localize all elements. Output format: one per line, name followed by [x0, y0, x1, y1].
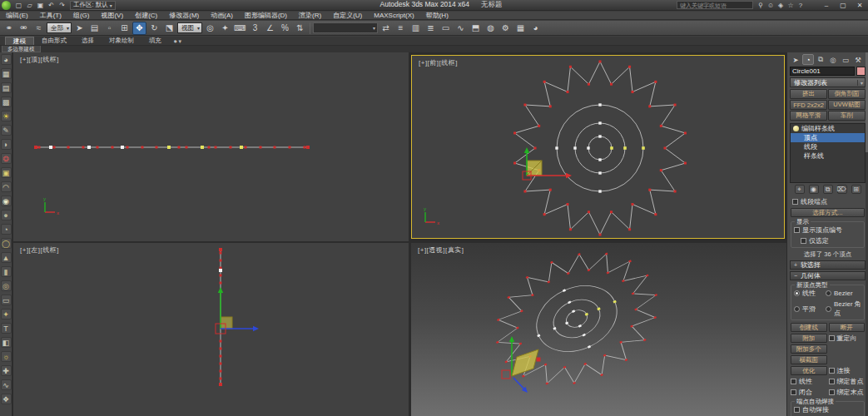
minimize-button[interactable]: –	[818, 0, 835, 11]
modifier-list-dropdown[interactable]: 修改器列表 ▾	[790, 77, 866, 87]
rectangular-selection-region-icon[interactable]: ▫	[102, 22, 117, 35]
teapot-icon[interactable]: ◕	[1, 54, 12, 65]
make-unique-icon[interactable]: ⧉	[823, 185, 833, 194]
stack-row-spline[interactable]: 样条线	[791, 151, 865, 161]
use-pivot-point-center-icon[interactable]: ◎	[203, 22, 217, 35]
menu-item[interactable]: 渲染(R)	[293, 12, 327, 20]
grid-icon[interactable]: ▩	[1, 97, 12, 107]
maximize-button[interactable]: ▢	[835, 0, 851, 11]
select-and-scale-icon[interactable]: ⬔	[162, 22, 176, 35]
spinner-snap-icon[interactable]: ⇅	[293, 22, 307, 35]
viewport-front-canvas[interactable]: xy	[412, 56, 784, 238]
hierarchy-tab-icon[interactable]: ⧉	[815, 54, 826, 65]
menu-item[interactable]: 图形编辑器(D)	[239, 12, 293, 20]
viewport-perspective-canvas[interactable]	[411, 243, 786, 416]
reorient-checkbox[interactable]: 重定向	[829, 334, 866, 343]
workspace-dropdown[interactable]: 工作区: 默认 ▾	[70, 1, 116, 10]
lightbulb-icon[interactable]	[793, 126, 799, 131]
modify-tab-icon[interactable]: ◔	[802, 54, 814, 65]
menu-item[interactable]: 工具(T)	[34, 12, 67, 20]
sign-in-icon[interactable]: ☺	[766, 1, 776, 10]
select-by-button[interactable]: 选择方式...	[791, 208, 865, 217]
bind-last-checkbox[interactable]: 绑定末点	[829, 388, 866, 397]
menu-item[interactable]: 创建(C)	[129, 12, 163, 20]
pencil-icon[interactable]: ✎	[1, 125, 12, 136]
select-and-link-icon[interactable]: ⚭	[2, 22, 16, 35]
keyboard-override-icon[interactable]: ⌨	[233, 22, 247, 35]
object-color-swatch[interactable]	[856, 67, 866, 76]
bezier-radio[interactable]: Bezier	[826, 289, 861, 298]
create-line-button[interactable]: 创建线	[791, 323, 827, 332]
sphere-icon[interactable]: ●	[1, 210, 12, 220]
align-icon[interactable]: ≡	[394, 22, 408, 35]
lathe-modifier-button[interactable]: 车削	[828, 111, 866, 121]
dome-icon[interactable]: ◠	[1, 181, 12, 192]
menu-item[interactable]: 动画(A)	[205, 12, 239, 20]
meshsmooth-modifier-button[interactable]: 网格平滑	[790, 111, 827, 121]
viewport-top[interactable]: [+][顶][线框] xy	[13, 52, 409, 241]
menu-item[interactable]: 视图(V)	[95, 12, 129, 20]
wave-icon[interactable]: ∿	[1, 379, 12, 390]
object-name-field[interactable]: Circle001	[790, 67, 855, 76]
utilities-tab-icon[interactable]: ⚒	[852, 54, 864, 65]
ring-icon[interactable]: ◯	[1, 238, 12, 249]
uvw-map-modifier-button[interactable]: UVW贴图	[828, 100, 866, 110]
render-setup-icon[interactable]: ⚙	[498, 22, 513, 35]
smooth-radio[interactable]: 平滑	[794, 300, 824, 318]
moon-icon[interactable]: ◗	[1, 139, 12, 150]
snap-toggle-3d-icon[interactable]: 3	[248, 22, 262, 35]
menu-item[interactable]: MAXScript(X)	[368, 12, 419, 20]
mirror-icon[interactable]: ⇄	[379, 22, 393, 35]
ribbon-options-icon[interactable]: ⏺ ▾	[174, 38, 181, 45]
scene-explorer-icon[interactable]: ▥	[409, 22, 423, 35]
swirl-icon[interactable]: ❂	[1, 153, 12, 164]
undo-icon[interactable]: ↶	[46, 1, 57, 10]
create-tab-icon[interactable]: ➤	[790, 54, 801, 65]
select-and-move-icon[interactable]: ✥	[132, 22, 146, 35]
layer-manager-icon[interactable]: ≣	[424, 22, 438, 35]
select-by-name-icon[interactable]: ▤	[87, 22, 102, 35]
geometry-rollout[interactable]: − 几何体	[790, 271, 866, 280]
box-icon[interactable]: ▣	[1, 167, 12, 178]
viewport-top-canvas[interactable]: xy	[13, 52, 409, 241]
extrude-modifier-button[interactable]: 挤出	[790, 89, 827, 99]
redo-icon[interactable]: ↷	[57, 1, 67, 10]
material-editor-icon[interactable]: ◍	[484, 22, 498, 35]
render-production-icon[interactable]: ◕	[528, 22, 543, 35]
ribbon-tab[interactable]: 对象绘制	[102, 37, 141, 45]
help-icon[interactable]: ?	[796, 1, 806, 10]
cylinder-icon[interactable]: ▮	[1, 266, 12, 277]
ffd-2x2x2-modifier-button[interactable]: FFD 2x2x2	[790, 100, 827, 110]
notes-icon[interactable]: ▤	[1, 82, 12, 93]
unlink-selection-icon[interactable]: ⚮	[17, 22, 31, 35]
stack-row-segment[interactable]: 线段	[791, 142, 865, 151]
viewport-front-active[interactable]: [+][前][线框] xy	[411, 55, 785, 239]
ribbon-tab[interactable]: 自由形式	[34, 37, 74, 45]
plane-icon[interactable]: ▭	[1, 295, 12, 305]
display-tab-icon[interactable]: ▭	[840, 54, 851, 65]
stack-row-edit-spline[interactable]: 编辑样条线	[791, 124, 865, 133]
polygon-modeling-panel-tab[interactable]: 多边形建模	[2, 46, 41, 52]
bulb-icon[interactable]: ☀	[1, 111, 12, 121]
ribbon-toggle-icon[interactable]: ▭	[439, 22, 453, 35]
select-and-manipulate-icon[interactable]: ✦	[218, 22, 232, 35]
star-icon[interactable]: ✦	[1, 309, 12, 319]
modifier-stack[interactable]: 编辑样条线 顶点 线段 样条线	[790, 123, 866, 183]
bind-to-space-warp-icon[interactable]: ≈	[32, 22, 46, 35]
menu-item[interactable]: 编辑(E)	[0, 12, 34, 20]
viewport-perspective-label[interactable]: [+][透视][真实]	[418, 245, 464, 255]
percent-snap-icon[interactable]: %	[278, 22, 292, 35]
viewport-top-label[interactable]: [+][顶][线框]	[20, 55, 59, 64]
attach-mult-button[interactable]: 附加多个	[791, 344, 827, 354]
rendered-frame-icon[interactable]: ▦	[513, 22, 528, 35]
ribbon-tab[interactable]: 选择	[74, 37, 102, 45]
cone-icon[interactable]: ▲	[1, 252, 12, 263]
system-icon[interactable]: ❖	[1, 394, 12, 404]
menu-item[interactable]: 修改器(M)	[163, 12, 205, 20]
refine-button[interactable]: 优化	[791, 366, 827, 375]
glow-icon[interactable]: ◉	[1, 196, 12, 206]
named-selection-sets-dropdown[interactable]: ▾	[313, 22, 378, 33]
show-vertex-numbers-checkbox[interactable]: 显示顶点编号	[794, 225, 861, 235]
ribbon-tab[interactable]: 填充	[141, 37, 169, 45]
communication-center-icon[interactable]: ◈	[776, 1, 786, 10]
